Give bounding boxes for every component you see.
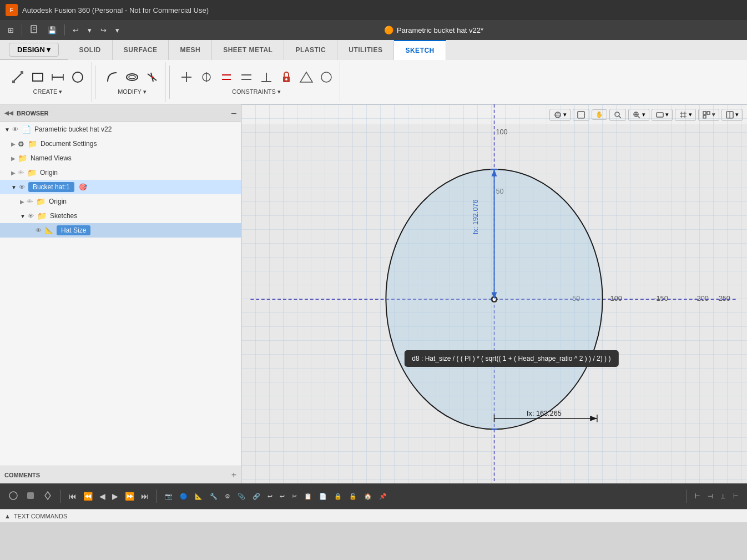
tree-node-origin[interactable]: ▶ 👁 📁 Origin [0,165,241,180]
anim-extra-13[interactable]: 🔒 [331,491,345,502]
ribbon-toolbar: CREATE ▾ MODIFY ▾ [0,60,747,104]
constraints-icons [178,68,335,86]
anim-extra-5[interactable]: ⚙ [222,491,233,502]
axis-label-neg200: -200 [695,295,709,302]
anim-extra-9[interactable]: ↩ [277,491,287,502]
save-button[interactable]: 💾 [44,24,60,37]
tab-utilities[interactable]: UTILITIES [337,40,394,60]
tab-plastic[interactable]: PLASTIC [284,40,337,60]
anim-end-far[interactable]: ⊢ [730,491,741,502]
tree-node-named-views[interactable]: ▶ 📁 Named Views [0,151,241,165]
lock-constraint-icon[interactable] [277,68,295,86]
equal-constraint-icon[interactable] [218,68,235,86]
tree-chevron-sketches: ▼ [20,213,26,219]
anim-extra-14[interactable]: 🔓 [346,491,360,502]
eye-icon-origin2[interactable]: 👁 [27,198,33,205]
anim-end-mid[interactable]: ⊣ [705,491,716,502]
horizontal-vertical-constraint-icon[interactable] [178,68,195,86]
anim-extra-3[interactable]: 📐 [192,491,205,502]
anim-extra-4[interactable]: 🔧 [207,491,220,502]
create-label[interactable]: CREATE ▾ [33,88,63,95]
undo-dropdown[interactable]: ▾ [84,24,95,37]
anim-key-button[interactable] [40,488,55,504]
svg-point-50 [9,492,17,500]
browser-collapse-icon[interactable]: ◀◀ [4,110,13,116]
anim-extra-2[interactable]: 🔵 [177,491,190,502]
add-comment-button[interactable]: + [231,470,236,480]
play-begin-button[interactable]: ⏮ [66,490,79,503]
anim-extra-7[interactable]: 🔗 [250,491,263,502]
axis-label-100: 100 [496,128,507,136]
tree-node-doc-settings[interactable]: ▶ ⚙ 📁 Document Settings [0,137,241,151]
rectangle-tool-icon[interactable] [29,68,47,86]
grid-button[interactable]: ⊞ [4,24,17,37]
tab-mesh[interactable]: MESH [169,40,212,60]
anim-extra-1[interactable]: 📷 [162,491,175,502]
redo-button[interactable]: ↪ [97,24,110,37]
anim-extra-6[interactable]: 📎 [235,491,248,502]
tabbar: SOLID SURFACE MESH SHEET METAL PLASTIC U… [68,40,747,60]
coincident-constraint-icon[interactable] [198,68,215,86]
circle-tool-icon[interactable] [69,68,87,86]
concentric-constraint-icon[interactable] [317,68,335,86]
trim-tool-icon[interactable] [143,68,161,86]
folder-icon-origin2: 📁 [36,197,46,206]
design-dropdown-button[interactable]: DESIGN ▾ [9,43,59,57]
gear-icon-doc: ⚙ [18,140,24,148]
fillet-tool-icon[interactable] [103,68,121,86]
comments-bar: COMMENTS + [0,466,241,483]
redo-dropdown[interactable]: ▾ [112,24,123,37]
tab-solid[interactable]: SOLID [68,40,112,60]
browser-collapse-button[interactable]: – [231,108,236,118]
dimension-tool-icon[interactable] [49,68,67,86]
tab-sketch[interactable]: SKETCH [394,40,446,60]
anim-extra-12[interactable]: 📄 [316,491,330,502]
eye-icon-root[interactable]: 👁 [12,126,18,133]
perpendicular-constraint-icon[interactable] [258,68,275,86]
tab-sheet-metal[interactable]: SHEET METAL [212,40,284,60]
eye-icon-bucket[interactable]: 👁 [19,184,25,190]
play-end-button[interactable]: ⏭ [138,490,152,503]
eye-icon-origin[interactable]: 👁 [18,169,24,176]
canvas-area[interactable]: 100 50 -50 -100 -150 -200 -250 fx: 192.0… [241,104,747,483]
tab-surface[interactable]: SURFACE [113,40,169,60]
anim-end-left[interactable]: ⊢ [692,491,703,502]
modify-group: MODIFY ▾ [99,62,166,102]
play-fwd-step-button[interactable]: ⏩ [122,490,137,503]
tree-node-root[interactable]: ▼ 👁 📄 Parametric bucket hat v22 [0,122,241,137]
anim-extra-16[interactable]: 📌 [376,491,390,502]
eye-icon-hs[interactable]: 👁 [36,227,42,234]
tree-node-hat-size[interactable]: ▶ 👁 📐 Hat Size [0,223,241,238]
play-back-step-button[interactable]: ⏪ [80,490,95,503]
anim-extra-10[interactable]: ✂ [289,491,300,502]
anim-record-button[interactable] [23,488,38,504]
tangent-constraint-icon[interactable] [297,68,315,86]
project-icon: 🟠 [384,26,393,34]
undo-button[interactable]: ↩ [69,24,82,37]
play-fwd-button[interactable]: ▶ [109,490,121,503]
new-button[interactable] [27,23,42,38]
tree-node-sketches[interactable]: ▼ 👁 📁 Sketches [0,209,241,223]
tree-node-origin2[interactable]: ▶ 👁 📁 Origin [0,194,241,209]
tree-node-bucket-hat[interactable]: ▼ 👁 Bucket hat:1 🎯 [0,180,241,194]
sep1 [22,24,22,36]
parallel-constraint-icon[interactable] [238,68,255,86]
target-icon: 🎯 [79,183,87,191]
constraints-label[interactable]: CONSTRAINTS ▾ [232,88,281,95]
anim-end-right[interactable]: ⊥ [718,491,729,502]
text-commands-label: TEXT COMMANDS [14,513,67,519]
anim-extra-11[interactable]: 📋 [301,491,315,502]
anim-icons-left[interactable] [6,488,21,504]
offset-tool-icon[interactable] [123,68,141,86]
anim-sep-3 [687,490,687,503]
folder-icon-sketches: 📁 [37,211,47,220]
anim-extra-8[interactable]: ↩ [265,491,275,502]
line-tool-icon[interactable] [9,68,27,86]
axis-label-neg100: -100 [608,295,622,302]
formula-tooltip: d8 : Hat_size / ( ( PI ) * ( sqrt(( 1 + … [404,350,618,367]
anim-extra-15[interactable]: 🏠 [361,491,375,502]
eye-icon-sketches[interactable]: 👁 [28,213,34,219]
svg-point-11 [73,72,83,82]
modify-label[interactable]: MODIFY ▾ [118,88,147,95]
play-back-button[interactable]: ◀ [97,490,108,503]
